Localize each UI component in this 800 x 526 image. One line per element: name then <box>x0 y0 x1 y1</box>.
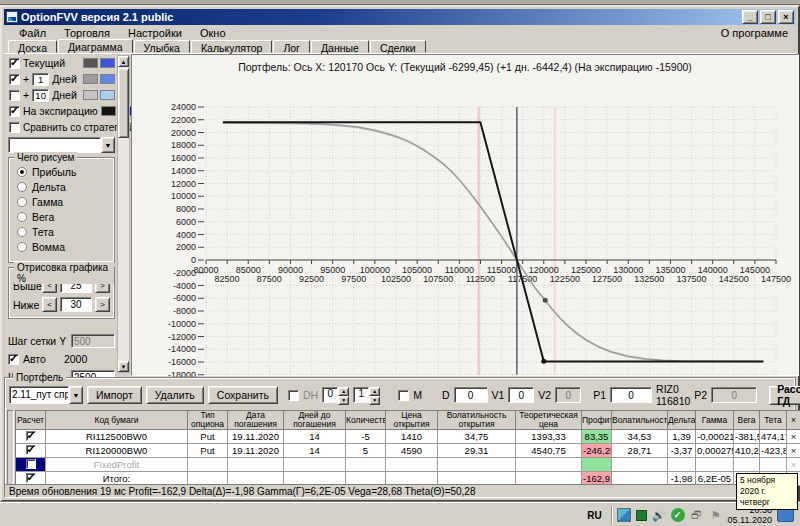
plus10-days-input[interactable] <box>32 89 49 102</box>
tab-лог[interactable]: Лог <box>273 40 310 53</box>
dh-spin2[interactable]: 1▲▼ <box>353 387 380 403</box>
tray-flag-icon[interactable]: ⚑ <box>709 508 723 522</box>
tab-сделки[interactable]: Сделки <box>370 40 426 53</box>
taskbar[interactable]: RU 🔊 ✓ 🗗 ⚑ 20:38 05.11.2020 <box>0 502 800 526</box>
p2-input[interactable] <box>711 387 757 403</box>
col-header-4[interactable]: Дней допогашения <box>284 411 346 430</box>
below-decrease-button[interactable]: < <box>42 297 57 312</box>
radio-вега[interactable] <box>17 212 27 222</box>
strategy-combo-arrow-icon[interactable]: ▼ <box>101 137 115 153</box>
preset-combo-arrow-icon[interactable]: ▼ <box>69 386 83 404</box>
below-increase-button[interactable]: > <box>95 297 110 312</box>
plus1-color2-swatch[interactable] <box>100 74 115 84</box>
table-row-1[interactable]: RI120000BW0Put19.11.2020145459029,314540… <box>16 444 800 458</box>
plus10-checkbox[interactable] <box>9 90 20 101</box>
radio-дельта[interactable] <box>17 182 27 192</box>
current-color2-swatch[interactable] <box>100 58 115 68</box>
plus1-days-input[interactable] <box>32 73 49 86</box>
col-header-1[interactable]: Код бумаги <box>46 411 188 430</box>
delete-button[interactable]: Удалить <box>146 386 204 404</box>
v2-input[interactable] <box>555 387 581 403</box>
plus1-color1-swatch[interactable] <box>83 74 98 84</box>
col-header-6[interactable]: Ценаоткрытия <box>386 411 438 430</box>
grid-step-y-input[interactable] <box>71 334 115 348</box>
update-check-icon[interactable]: ✓ <box>671 508 685 522</box>
import-button[interactable]: Импорт <box>87 386 142 404</box>
m-checkbox[interactable] <box>398 390 409 401</box>
calculate-button[interactable]: Рассчитать ГД <box>769 386 800 405</box>
delete-row-button[interactable]: × <box>787 458 800 472</box>
col-header-0[interactable]: Расчет <box>16 411 46 430</box>
menu-2[interactable]: Торговля <box>55 27 119 39</box>
col-header-8[interactable]: Теоретическаяцена <box>516 411 582 430</box>
radio-тета[interactable] <box>17 227 27 237</box>
col-header-11[interactable]: Дельта <box>668 411 696 430</box>
d-input[interactable] <box>454 387 488 403</box>
close-button[interactable]: × <box>778 10 794 24</box>
show-desktop-button[interactable] <box>777 509 794 522</box>
compare-strategy-checkbox[interactable] <box>9 122 20 133</box>
table-row-2[interactable]: FixedProfit× <box>16 458 800 472</box>
scrollbar-thumb[interactable] <box>118 68 129 138</box>
sidebar-scrollbar[interactable]: ▲ ▼ <box>117 55 130 373</box>
tray-window-icon[interactable]: 🗗 <box>690 508 704 522</box>
delete-row-button[interactable]: × <box>787 444 800 458</box>
radio-гамма[interactable] <box>17 197 27 207</box>
col-header-2[interactable]: Типопциона <box>188 411 228 430</box>
col-header-14[interactable]: Тета <box>760 411 787 430</box>
col-header-3[interactable]: Датапогашения <box>228 411 284 430</box>
payoff-chart[interactable]: -18000-16000-14000-12000-10000-8000-6000… <box>134 77 798 377</box>
table-row-0[interactable]: RI112500BW0Put19.11.202014-5141034,75139… <box>16 430 800 444</box>
radio-вомма[interactable] <box>17 242 27 252</box>
expiration-checkbox[interactable] <box>9 106 20 117</box>
tray-app-icon[interactable] <box>617 508 631 522</box>
dh-checkbox[interactable] <box>288 390 299 401</box>
save-button[interactable]: Сохранить <box>208 386 278 404</box>
minimize-button[interactable]: _ <box>742 10 758 24</box>
dh-spin1[interactable]: 0▲▼ <box>322 387 349 403</box>
p1-input[interactable] <box>610 387 652 403</box>
tray-green-square-icon[interactable] <box>636 510 647 521</box>
plus10-color2-swatch[interactable] <box>100 90 115 100</box>
menu-3[interactable]: Настройки <box>119 27 191 39</box>
row-calc-checkbox[interactable] <box>26 431 36 441</box>
plus10-color1-swatch[interactable] <box>83 90 98 100</box>
maximize-button[interactable]: □ <box>760 10 776 24</box>
current-checkbox[interactable] <box>9 58 20 69</box>
tab-улыбка[interactable]: Улыбка <box>134 40 190 53</box>
v1-input[interactable] <box>508 387 534 403</box>
strategy-combo[interactable]: ▼ <box>8 137 115 153</box>
radio-прибыль[interactable] <box>17 167 27 177</box>
expiration-color1-swatch[interactable] <box>101 106 116 116</box>
tab-доска[interactable]: Доска <box>8 40 57 53</box>
plus1-checkbox[interactable] <box>9 74 20 85</box>
language-indicator[interactable]: RU <box>587 510 601 521</box>
col-header-10[interactable]: Волатильность <box>612 411 668 430</box>
row-calc-checkbox[interactable] <box>26 473 36 483</box>
menu-1[interactable]: Файл <box>10 27 55 39</box>
col-header-13[interactable]: Вега <box>734 411 760 430</box>
volume-icon[interactable]: 🔊 <box>652 508 666 522</box>
col-header-12[interactable]: Гамма <box>696 411 734 430</box>
calc-cell[interactable] <box>16 444 46 458</box>
row-calc-checkbox[interactable] <box>26 445 36 455</box>
menu-4[interactable]: Окно <box>191 27 235 39</box>
calc-cell[interactable] <box>16 458 46 472</box>
tab-данные[interactable]: Данные <box>311 40 369 53</box>
col-header-15[interactable]: × <box>787 411 800 430</box>
col-header-5[interactable]: Количество <box>346 411 386 430</box>
scroll-down-icon[interactable]: ▼ <box>118 361 129 372</box>
tab-калькулятор[interactable]: Калькулятор <box>191 40 272 53</box>
menu-about[interactable]: О программе <box>721 27 796 39</box>
current-color1-swatch[interactable] <box>83 58 98 68</box>
auto-checkbox[interactable] <box>8 354 19 365</box>
row-calc-checkbox[interactable] <box>26 459 36 469</box>
col-header-9[interactable]: Профит <box>582 411 612 430</box>
tab-диаграмма[interactable]: Диаграмма <box>58 39 133 53</box>
preset-combo[interactable]: 2.11_пут спре ▼ <box>9 386 83 404</box>
title-bar[interactable]: OptionFVV версия 2.1 public _ □ × <box>4 9 796 25</box>
calc-cell[interactable] <box>16 430 46 444</box>
delete-row-button[interactable]: × <box>787 430 800 444</box>
scroll-up-icon[interactable]: ▲ <box>118 56 129 67</box>
col-header-7[interactable]: Волатильностьоткрытия <box>438 411 516 430</box>
